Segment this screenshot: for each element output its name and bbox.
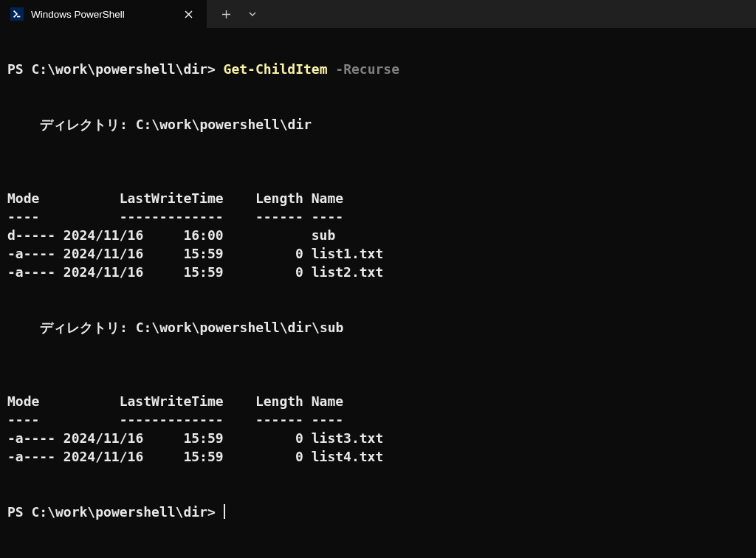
column-headers: ModeLastWriteTimeLengthName xyxy=(7,393,343,409)
table-row: -a----2024/11/16 15:590list3.txt xyxy=(7,430,383,446)
table-row: -a----2024/11/16 15:590list1.txt xyxy=(7,246,383,261)
title-bar: Windows PowerShell xyxy=(0,0,756,28)
new-tab-button[interactable] xyxy=(214,4,238,24)
terminal-output[interactable]: PS C:\work\powershell\dir> Get-ChildItem… xyxy=(0,28,756,534)
directory-header-1: ディレクトリ: C:\work\powershell\dir\sub xyxy=(7,318,749,337)
column-underlines: --------------------------- xyxy=(7,209,343,224)
tab-powershell[interactable]: Windows PowerShell xyxy=(0,0,207,28)
column-headers: ModeLastWriteTimeLengthName xyxy=(7,190,343,206)
tab-dropdown-button[interactable] xyxy=(241,4,264,24)
close-icon[interactable] xyxy=(180,6,196,22)
row-datetime: 2024/11/16 16:00 xyxy=(63,226,224,244)
directory-header-0: ディレクトリ: C:\work\powershell\dir xyxy=(7,115,749,134)
tab-title: Windows PowerShell xyxy=(31,9,125,20)
tab-bar-actions xyxy=(207,0,272,28)
prompt-path: PS C:\work\powershell\dir> xyxy=(7,61,216,77)
cursor xyxy=(224,504,225,519)
prompt-line: PS C:\work\powershell\dir> Get-ChildItem… xyxy=(7,61,399,77)
row-datetime: 2024/11/16 15:59 xyxy=(63,447,224,466)
command-param: -Recurse xyxy=(335,61,399,77)
powershell-icon xyxy=(10,7,24,21)
table-row: d-----2024/11/16 16:00sub xyxy=(7,227,335,243)
prompt-path: PS C:\work\powershell\dir> xyxy=(7,504,216,520)
column-underlines: --------------------------- xyxy=(7,412,343,427)
row-datetime: 2024/11/16 15:59 xyxy=(63,263,224,281)
prompt-line-empty: PS C:\work\powershell\dir> xyxy=(7,504,225,520)
row-datetime: 2024/11/16 15:59 xyxy=(63,244,224,263)
table-row: -a----2024/11/16 15:590list4.txt xyxy=(7,449,383,464)
command: Get-ChildItem xyxy=(224,61,328,77)
table-row: -a----2024/11/16 15:590list2.txt xyxy=(7,264,383,280)
row-datetime: 2024/11/16 15:59 xyxy=(63,429,224,447)
